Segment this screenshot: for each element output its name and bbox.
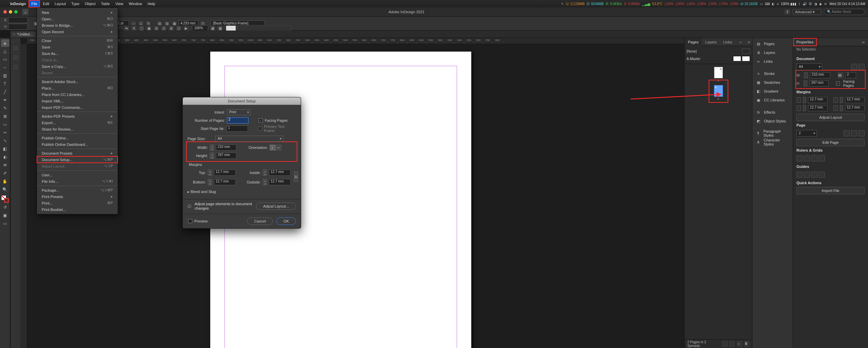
link-margins-icon[interactable]: ⛓ — [294, 172, 298, 182]
dock-cstyles[interactable]: ACharacter Styles — [752, 138, 793, 147]
preview-check[interactable] — [188, 219, 192, 223]
display-icon[interactable]: ⎚ — [777, 2, 779, 6]
gap-tool[interactable]: ↔ — [1, 64, 9, 71]
tab-layers[interactable]: Layers — [702, 38, 720, 46]
menu-help[interactable]: Help — [145, 0, 158, 7]
rg-1-icon[interactable] — [796, 155, 803, 161]
file-menu-close[interactable]: Close⌘W — [37, 37, 118, 44]
close-tab-icon[interactable]: × — [13, 31, 15, 38]
dock-gradient[interactable]: ◧Gradient — [752, 87, 793, 96]
mo-step[interactable]: ▴▾ — [263, 179, 267, 185]
menu-object[interactable]: Object — [82, 0, 98, 7]
app-name[interactable]: InDesign — [7, 2, 28, 6]
file-menu-publish-online[interactable]: Publish Online... — [37, 135, 118, 141]
search-adobe-stock[interactable]: 🔍 Adobe Stock — [824, 9, 865, 15]
menu-edit[interactable]: Edit — [40, 0, 52, 7]
width-stepper[interactable]: ▴▾ — [210, 144, 214, 151]
page-view-3-icon[interactable] — [859, 130, 865, 136]
page-preset-select[interactable]: A4 — [796, 63, 822, 70]
mt-step[interactable]: ▴▾ — [208, 170, 212, 176]
formatting-container[interactable]: ▣ — [1, 212, 9, 219]
file-menu-print-presets[interactable]: Print Presets▸ — [37, 193, 118, 200]
minimize-window[interactable] — [9, 10, 12, 14]
collapse-icon[interactable]: ›› — [737, 40, 744, 44]
margin-bottom-field[interactable]: 12.7 mm — [214, 179, 236, 185]
workspace-switcher[interactable]: Advanced ▾ — [793, 9, 821, 15]
file-menu-search-adobe-stock[interactable]: Search Adobe Stock... — [37, 78, 118, 85]
tab-properties[interactable]: Properties — [793, 38, 817, 46]
side-icon-2[interactable] — [12, 54, 19, 61]
delete-page-icon[interactable]: 🗑 — [744, 341, 749, 347]
clock-icon[interactable]: ◐ — [772, 2, 775, 6]
height-field-prop[interactable]: 297 mm — [809, 80, 829, 86]
tab-links[interactable]: Links — [720, 38, 735, 46]
rg-3-icon[interactable] — [811, 155, 817, 161]
pp-icon-1[interactable] — [722, 341, 727, 347]
import-file-button[interactable]: Import File — [796, 187, 865, 194]
orient-landscape-icon[interactable] — [859, 64, 865, 70]
bleed-slug-disclosure[interactable]: ▸ Bleed and Slug — [188, 190, 296, 194]
master-a[interactable]: A-Master — [687, 55, 750, 62]
spotlight-icon[interactable]: ⭘ — [824, 2, 827, 6]
master-none[interactable]: [None] — [687, 47, 750, 55]
close-window[interactable] — [3, 10, 7, 14]
file-menu-save-as[interactable]: Save As...⇧⌘S — [37, 50, 118, 57]
gradient-swatch-tool[interactable]: ◧ — [1, 145, 9, 153]
menu-window[interactable]: Window — [126, 0, 145, 7]
clock[interactable]: Wed 20 Oct 4:14:13 AM — [829, 2, 865, 6]
orient-portrait-icon[interactable] — [851, 64, 857, 70]
pages-count-field[interactable]: 2 — [845, 72, 856, 78]
pencil-tool[interactable]: ✎ — [1, 104, 9, 112]
margin-inside-field[interactable]: 12.7 mm — [269, 170, 291, 176]
file-menu-document-setup[interactable]: Document Setup...⌥⌘P — [37, 156, 118, 163]
edit-page-button[interactable]: Edit Page — [796, 139, 865, 146]
tab-pages[interactable]: Pages — [685, 38, 702, 46]
gd-3-icon[interactable] — [811, 172, 817, 178]
file-menu-place-from-cc-libraries[interactable]: Place from CC Libraries... — [37, 91, 118, 98]
page-tool[interactable]: ▭ — [1, 56, 9, 63]
file-menu-export[interactable]: Export...⌘E — [37, 119, 118, 126]
page-size-select[interactable]: A4 — [215, 136, 283, 142]
hand-tool[interactable]: ✋ — [1, 178, 9, 185]
h-stepper[interactable] — [804, 80, 807, 86]
menu-type[interactable]: Type — [68, 0, 82, 7]
adjust-layout-button[interactable]: Adjust Layout... — [256, 202, 296, 210]
orientation-landscape[interactable]: ▭ — [276, 145, 281, 150]
type-tool[interactable]: T — [1, 80, 9, 88]
dock-objstyles[interactable]: ◩Object Styles — [752, 117, 793, 125]
ok-button[interactable]: OK — [276, 217, 296, 225]
cancel-button[interactable]: Cancel — [247, 217, 273, 225]
w-stepper[interactable] — [804, 72, 808, 78]
menu-table[interactable]: Table — [98, 0, 113, 7]
height-stepper[interactable]: ▴▾ — [210, 153, 214, 159]
page-thumb-1[interactable]: A1 — [714, 67, 723, 78]
rectangle-tool[interactable]: ▭ — [1, 121, 9, 128]
orientation-portrait[interactable]: ▯ — [270, 145, 275, 150]
file-menu-user[interactable]: User... — [37, 172, 118, 178]
margin-top-prop[interactable]: 12.7 mm — [808, 97, 828, 103]
page-number-select[interactable]: 2 — [796, 130, 817, 137]
file-menu-adobe-pdf-presets[interactable]: Adobe PDF Presets▸ — [37, 113, 118, 119]
file-menu-open[interactable]: Open...⌘O — [37, 16, 118, 22]
y-field[interactable] — [8, 24, 28, 30]
keyboard-icon[interactable]: ⌨ — [765, 2, 770, 6]
bluetooth-icon[interactable]: ᛒ — [798, 2, 801, 6]
gd-4-icon[interactable] — [819, 172, 825, 178]
x-field[interactable] — [8, 17, 28, 23]
width-field-prop[interactable]: 210 mm — [810, 72, 830, 78]
eyedropper-tool[interactable]: ✐ — [1, 170, 9, 177]
volume-icon[interactable]: 🔊 — [803, 2, 807, 6]
file-menu-place[interactable]: Place...⌘D — [37, 85, 118, 91]
file-menu-file-info[interactable]: File Info...⌥⇧⌘I — [37, 178, 118, 185]
mt-stepper[interactable] — [803, 97, 806, 103]
gd-2-icon[interactable] — [804, 172, 810, 178]
margin-outside-prop[interactable]: 12.7 mm — [845, 105, 865, 111]
rg-2-icon[interactable] — [804, 155, 810, 161]
panel-menu-icon[interactable]: ≡ — [746, 40, 752, 44]
side-icon-3[interactable] — [12, 64, 19, 71]
content-collector-tool[interactable]: ▥ — [1, 72, 9, 79]
primary-text-frame-check[interactable] — [258, 127, 262, 131]
preview-swatch[interactable] — [226, 25, 236, 31]
screen-mode[interactable]: ▭ — [1, 220, 9, 227]
new-page-icon[interactable]: ＋ — [737, 341, 742, 347]
